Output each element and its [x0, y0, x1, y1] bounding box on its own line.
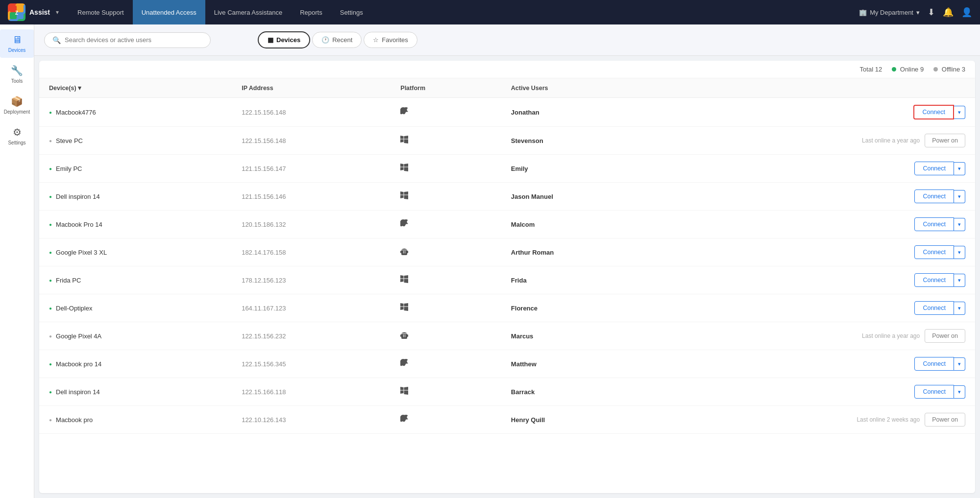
- device-name-label: Dell inspiron 14: [56, 193, 100, 200]
- active-user-cell: Arthur Roman: [501, 238, 657, 266]
- sidebar-item-settings[interactable]: ⚙ Settings: [0, 121, 34, 150]
- col-action: [657, 78, 975, 98]
- top-navigation: Z Assist ▾ Remote Support Unattended Acc…: [0, 0, 980, 24]
- sidebar-item-deployment[interactable]: 📦 Deployment: [0, 91, 34, 119]
- department-selector[interactable]: 🏢 My Department ▾: [859, 9, 920, 16]
- online-dot: [892, 67, 896, 71]
- action-buttons: Connect ▾: [666, 105, 965, 119]
- connect-button[interactable]: Connect: [914, 190, 954, 203]
- nav-reports[interactable]: Reports: [291, 0, 331, 24]
- total-count: Total 12: [860, 66, 882, 73]
- devices-table: Device(s) ▾ IP Address Platform Active U…: [39, 78, 975, 434]
- platform-cell: [391, 155, 501, 183]
- ip-address-cell: 122.15.166.118: [232, 378, 391, 406]
- tab-recent-icon: 🕐: [321, 36, 329, 44]
- user-icon[interactable]: 👤: [961, 7, 972, 18]
- table-row: ● Macbook pro 14 122.15.156.345 Matthew …: [39, 350, 975, 378]
- ip-address-cell: 122.15.156.148: [232, 127, 391, 155]
- action-buttons: Connect ▾: [666, 273, 965, 287]
- connect-dropdown-button[interactable]: ▾: [954, 218, 965, 231]
- device-status-dot: ●: [49, 222, 52, 227]
- tab-favorites-icon: ☆: [373, 36, 379, 44]
- connect-dropdown-button[interactable]: ▾: [954, 274, 965, 287]
- tab-favorites-label: Favorites: [382, 36, 408, 44]
- connect-dropdown-button[interactable]: ▾: [954, 385, 965, 399]
- power-on-button[interactable]: Power on: [925, 413, 965, 427]
- search-box[interactable]: 🔍: [44, 32, 211, 48]
- connect-button[interactable]: Connect: [913, 105, 954, 119]
- platform-icon: [400, 304, 408, 312]
- device-name-cell: ● Macbook pro 14: [39, 350, 232, 378]
- device-name-label: Frida PC: [56, 277, 81, 284]
- device-name-cell: ● Emily PC: [39, 155, 232, 183]
- last-online-text: Last online a year ago: [862, 137, 920, 144]
- table-row: ● Dell inspiron 14 122.15.166.118 Barrac…: [39, 378, 975, 406]
- action-buttons: Last online a year ago Power on: [666, 134, 965, 147]
- device-name-cell: ● Google Pixel 4A: [39, 322, 232, 350]
- platform-cell: [391, 183, 501, 211]
- action-cell: Last online 2 weeks ago Power on: [657, 406, 975, 434]
- device-name-cell: ● Macbook4776: [39, 98, 232, 127]
- connect-button[interactable]: Connect: [914, 217, 954, 231]
- connect-button[interactable]: Connect: [914, 245, 954, 259]
- download-icon[interactable]: ⬇: [928, 7, 935, 18]
- connect-dropdown-button[interactable]: ▾: [954, 190, 965, 203]
- action-cell: Connect ▾: [657, 155, 975, 183]
- power-on-button[interactable]: Power on: [925, 134, 965, 147]
- device-name-label: Macbook pro: [56, 416, 93, 424]
- action-buttons: Connect ▾: [666, 190, 965, 203]
- device-name-cell: ● Dell inspiron 14: [39, 183, 232, 211]
- table-row: ● Dell-Optiplex 164.11.167.123 Florence …: [39, 294, 975, 322]
- connect-dropdown-button[interactable]: ▾: [954, 162, 965, 175]
- department-dropdown-icon: ▾: [916, 9, 920, 16]
- connect-dropdown-button[interactable]: ▾: [954, 302, 965, 315]
- main-content: 🔍 ▦ Devices 🕐 Recent ☆ Favorites: [34, 24, 980, 498]
- device-name-label: Macbook pro 14: [56, 360, 101, 368]
- action-cell: Connect ▾: [657, 183, 975, 211]
- connect-dropdown-button[interactable]: ▾: [954, 357, 965, 371]
- device-name-cell: ● Frida PC: [39, 266, 232, 294]
- nav-settings[interactable]: Settings: [331, 0, 372, 24]
- sidebar-label-deployment: Deployment: [4, 109, 30, 115]
- active-user-cell: Frida: [501, 266, 657, 294]
- platform-cell: [391, 294, 501, 322]
- platform-icon: [400, 388, 408, 396]
- sidebar-item-devices[interactable]: 🖥 Devices: [0, 29, 34, 58]
- tab-devices[interactable]: ▦ Devices: [258, 31, 310, 48]
- active-user-cell: Jason Manuel: [501, 183, 657, 211]
- connect-button[interactable]: Connect: [914, 301, 954, 315]
- action-cell: Connect ▾: [657, 350, 975, 378]
- device-name-label: Google Pixel 3 XL: [56, 249, 107, 256]
- sidebar-label-settings: Settings: [8, 140, 25, 145]
- platform-cell: [391, 266, 501, 294]
- connect-button[interactable]: Connect: [914, 273, 954, 287]
- connect-button[interactable]: Connect: [914, 385, 954, 399]
- table-row: ● Macbook Pro 14 120.15.186.132 Malcom C…: [39, 211, 975, 238]
- online-count: Online 9: [892, 66, 924, 73]
- power-on-button[interactable]: Power on: [925, 329, 965, 343]
- connect-button[interactable]: Connect: [914, 162, 954, 175]
- connect-dropdown-button[interactable]: ▾: [954, 246, 965, 259]
- logo-dropdown-icon[interactable]: ▾: [56, 9, 59, 16]
- connect-button[interactable]: Connect: [914, 357, 954, 371]
- tab-recent[interactable]: 🕐 Recent: [312, 32, 362, 48]
- bell-icon[interactable]: 🔔: [943, 7, 954, 18]
- col-device[interactable]: Device(s) ▾: [39, 78, 232, 98]
- device-name-cell: ● Macbook Pro 14: [39, 211, 232, 238]
- sidebar-item-tools[interactable]: 🔧 Tools: [0, 60, 34, 89]
- nav-live-camera[interactable]: Live Camera Assistance: [205, 0, 291, 24]
- search-input[interactable]: [65, 36, 202, 44]
- connect-dropdown-button[interactable]: ▾: [954, 106, 965, 119]
- device-name-label: Dell-Optiplex: [56, 305, 92, 312]
- table-row: ● Steve PC 122.15.156.148 Stevenson Last…: [39, 127, 975, 155]
- nav-unattended-access[interactable]: Unattended Access: [133, 0, 205, 24]
- logo-area[interactable]: Z Assist ▾: [8, 3, 59, 21]
- ip-address-cell: 122.10.126.143: [232, 406, 391, 434]
- sidebar: 🖥 Devices 🔧 Tools 📦 Deployment ⚙ Setting…: [0, 24, 34, 498]
- tab-favorites[interactable]: ☆ Favorites: [364, 32, 417, 48]
- toolbar: 🔍 ▦ Devices 🕐 Recent ☆ Favorites: [34, 24, 980, 56]
- nav-remote-support[interactable]: Remote Support: [69, 0, 133, 24]
- device-status-dot: ●: [49, 194, 52, 199]
- tab-devices-icon: ▦: [268, 36, 273, 44]
- action-buttons: Last online 2 weeks ago Power on: [666, 413, 965, 427]
